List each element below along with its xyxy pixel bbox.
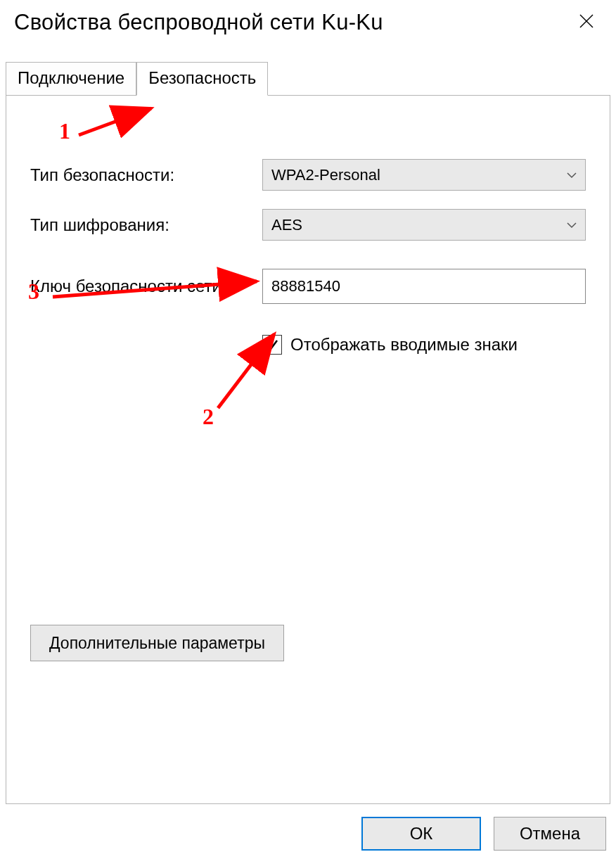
advanced-settings-label: Дополнительные параметры: [49, 634, 265, 652]
ok-button-label: ОК: [410, 824, 433, 843]
label-security-type: Тип безопасности:: [30, 165, 262, 185]
cancel-button-label: Отмена: [520, 824, 580, 843]
dialog-footer: ОК Отмена: [361, 817, 606, 851]
tab-security-label: Безопасность: [148, 68, 256, 87]
close-icon: [579, 11, 594, 34]
window-title: Свойства беспроводной сети Ku-Ku: [14, 10, 383, 35]
chevron-down-icon: [567, 169, 577, 182]
select-encryption-type[interactable]: AES: [262, 209, 586, 241]
select-encryption-type-value: AES: [271, 216, 302, 234]
tabs-area: Подключение Безопасность Тип безопасност…: [0, 62, 616, 804]
tab-connection[interactable]: Подключение: [6, 62, 136, 95]
chevron-down-icon: [567, 219, 577, 231]
label-network-key: Ключ безопасности сети: [30, 276, 262, 296]
label-show-characters: Отображать вводимые знаки: [290, 335, 518, 355]
select-security-type[interactable]: WPA2-Personal: [262, 159, 586, 191]
checkbox-show-characters[interactable]: [262, 335, 282, 355]
close-button[interactable]: [571, 7, 602, 38]
tab-panel-security: Тип безопасности: WPA2-Personal Тип шифр…: [6, 95, 610, 804]
titlebar: Свойства беспроводной сети Ku-Ku: [0, 0, 616, 55]
label-encryption-type: Тип шифрования:: [30, 215, 262, 235]
row-network-key: Ключ безопасности сети: [30, 269, 586, 304]
select-security-type-value: WPA2-Personal: [271, 166, 380, 184]
cancel-button[interactable]: Отмена: [494, 817, 606, 851]
ok-button[interactable]: ОК: [361, 817, 481, 851]
check-icon: [265, 338, 279, 352]
tabs: Подключение Безопасность: [6, 62, 610, 95]
row-encryption-type: Тип шифрования: AES: [30, 209, 586, 241]
wireless-properties-dialog: Свойства беспроводной сети Ku-Ku Подключ…: [0, 0, 616, 859]
row-show-characters: Отображать вводимые знаки: [262, 335, 586, 355]
tab-security[interactable]: Безопасность: [136, 62, 268, 96]
input-network-key[interactable]: [262, 269, 586, 304]
row-security-type: Тип безопасности: WPA2-Personal: [30, 159, 586, 191]
tab-connection-label: Подключение: [18, 68, 124, 87]
advanced-settings-button[interactable]: Дополнительные параметры: [30, 625, 284, 661]
